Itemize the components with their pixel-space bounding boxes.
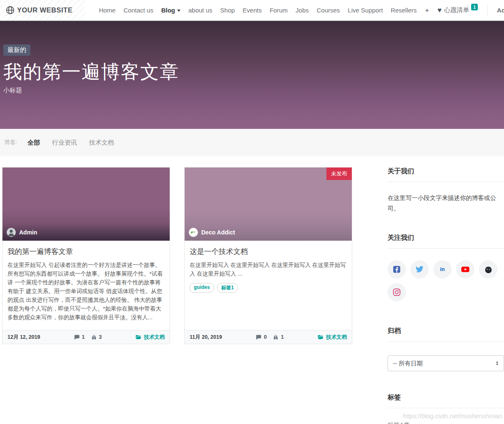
- binoculars-icon: [273, 334, 279, 340]
- nav-item-resellers[interactable]: Resellers: [391, 7, 417, 14]
- folder-icon: [318, 334, 324, 340]
- youtube-icon: [461, 265, 470, 274]
- filter-label: 博客:: [4, 139, 17, 146]
- twitter-icon: [415, 265, 424, 274]
- nav-item-about-us[interactable]: about us: [188, 7, 212, 14]
- avatar: [7, 228, 16, 237]
- latest-badge: 最新的: [3, 44, 30, 56]
- post-category-link[interactable]: 技术文档: [136, 334, 165, 341]
- blog-post-card: 未发布 Deco Addict 这是一个技术文档 在这里开始写入 在这里开始写入…: [184, 167, 352, 344]
- nav-item-jobs[interactable]: Jobs: [296, 7, 309, 14]
- post-excerpt: 在这里开始写入 引起读者注意的一个好方法是讲述一个故事。所有想写的东西都可以讲成…: [7, 261, 165, 322]
- comment-icon: [74, 334, 80, 340]
- facebook-button[interactable]: [388, 260, 406, 279]
- nav-item-blog-label: Blog: [161, 7, 175, 14]
- follow-title: 关注我们: [388, 234, 504, 249]
- author-name: Deco Addict: [201, 229, 235, 236]
- post-list: Admin 我的第一遍博客文章 在这里开始写入 引起读者注意的一个好方法是讲述一…: [2, 167, 352, 424]
- nav-item-blog[interactable]: Blog: [161, 7, 180, 14]
- avatar: [189, 228, 198, 237]
- wishlist-count-badge: 1: [471, 4, 478, 10]
- post-tags: guides 标签1: [190, 283, 347, 293]
- post-cover[interactable]: 未发布 Deco Addict: [185, 168, 352, 241]
- globe-icon: [6, 6, 15, 15]
- github-button[interactable]: [479, 260, 497, 279]
- svg-text:in: in: [440, 266, 445, 272]
- comment-icon: [256, 334, 262, 340]
- site-logo[interactable]: YOUR WEBSITE: [0, 0, 85, 21]
- wishlist-link[interactable]: ♥ 心愿清单 1: [437, 6, 478, 15]
- chevron-down-icon: [177, 10, 180, 12]
- tag-pill[interactable]: guides: [190, 283, 214, 293]
- social-links: in: [388, 260, 500, 301]
- user-menu[interactable]: Admin: [497, 7, 504, 14]
- heart-icon: ♥: [437, 6, 442, 15]
- about-text: 在这里写一小段文字来描述你的博客或公司。: [388, 193, 504, 213]
- nav-item-live-support[interactable]: Live Support: [348, 7, 383, 14]
- top-navbar: YOUR WEBSITE Home Contact us Blog about …: [0, 0, 504, 21]
- archive-date-select[interactable]: -- 所有日期 ▲▼: [388, 355, 504, 371]
- filter-all[interactable]: 全部: [27, 139, 40, 147]
- nav-item-events[interactable]: Events: [243, 7, 262, 14]
- post-stats: 0 1: [256, 334, 284, 340]
- about-title: 关于我们: [388, 167, 504, 182]
- views-count: 3: [91, 334, 102, 340]
- user-menu-label: Admin: [497, 7, 504, 14]
- twitter-button[interactable]: [410, 260, 429, 279]
- post-body: 这是一个技术文档 在这里开始写入 在这里开始写入 在这里开始写入 在这里开始写入…: [185, 241, 352, 330]
- github-icon: [484, 265, 493, 274]
- views-count: 1: [273, 334, 284, 340]
- facebook-icon: [393, 265, 401, 274]
- nav-item-forum[interactable]: Forum: [269, 7, 287, 14]
- post-footer: 11月 20, 2019 0 1 技术文档: [185, 330, 352, 344]
- post-author: Deco Addict: [189, 228, 235, 237]
- archive-title: 归档: [388, 327, 504, 342]
- hero-subtitle: 小标题: [3, 86, 496, 94]
- post-title[interactable]: 我的第一遍博客文章: [7, 247, 165, 256]
- post-date: 12月 12, 2019: [7, 334, 40, 341]
- author-name: Admin: [19, 229, 37, 236]
- csdn-watermark: https://blog.csdn.net/mushenshinian: [403, 412, 502, 419]
- post-author: Admin: [7, 228, 37, 237]
- blog-filter-bar: 博客: 全部 行业资讯 技术文档: [0, 129, 504, 156]
- nav-divider: [487, 5, 488, 16]
- tag-group-label: 标签A类: [388, 421, 504, 424]
- about-section: 关于我们 在这里写一小段文字来描述你的博客或公司。: [388, 167, 504, 213]
- unpublished-badge: 未发布: [326, 168, 352, 180]
- post-excerpt: 在这里开始写入 在这里开始写入 在这里开始写入 在这里开始写入 在这里开始写入 …: [190, 261, 347, 278]
- follow-section: 关注我们 in: [388, 234, 504, 301]
- main-content: Admin 我的第一遍博客文章 在这里开始写入 引起读者注意的一个好方法是讲述一…: [0, 156, 504, 424]
- tag-pill[interactable]: 标签1: [217, 283, 238, 293]
- folder-icon: [136, 334, 141, 340]
- post-date: 11月 20, 2019: [190, 334, 222, 341]
- archive-selected-value: -- 所有日期: [393, 360, 423, 367]
- instagram-icon: [393, 288, 401, 296]
- youtube-button[interactable]: [456, 260, 474, 279]
- nav-item-shop[interactable]: Shop: [220, 7, 235, 14]
- filter-tech-docs[interactable]: 技术文档: [89, 139, 114, 147]
- select-arrows-icon: ▲▼: [496, 361, 499, 366]
- add-content-button[interactable]: +: [425, 7, 429, 14]
- nav-item-contact-us[interactable]: Contact us: [124, 7, 153, 14]
- nav-item-home[interactable]: Home: [99, 7, 116, 14]
- nav-item-courses[interactable]: Courses: [316, 7, 340, 14]
- tags-title: 标签: [388, 393, 504, 408]
- archive-section: 归档 -- 所有日期 ▲▼: [388, 327, 504, 371]
- comments-count: 0: [256, 334, 267, 340]
- linkedin-button[interactable]: in: [433, 260, 452, 279]
- comments-count: 1: [74, 334, 85, 340]
- instagram-button[interactable]: [388, 283, 406, 301]
- post-body: 我的第一遍博客文章 在这里开始写入 引起读者注意的一个好方法是讲述一个故事。所有…: [2, 241, 170, 330]
- main-nav: Home Contact us Blog about us Shop Event…: [95, 5, 504, 16]
- post-cover[interactable]: Admin: [2, 168, 170, 241]
- blog-sidebar: 关于我们 在这里写一小段文字来描述你的博客或公司。 关注我们: [388, 167, 504, 424]
- post-footer: 12月 12, 2019 1 3 技术文档: [2, 330, 170, 344]
- post-category-link[interactable]: 技术文档: [318, 334, 347, 341]
- binoculars-icon: [91, 334, 97, 340]
- hero-title: 我的第一遍博客文章: [3, 62, 496, 82]
- filter-industry-news[interactable]: 行业资讯: [52, 139, 77, 147]
- post-title[interactable]: 这是一个技术文档: [190, 247, 347, 256]
- linkedin-icon: in: [438, 265, 447, 274]
- post-stats: 1 3: [74, 334, 102, 340]
- blog-post-card: Admin 我的第一遍博客文章 在这里开始写入 引起读者注意的一个好方法是讲述一…: [2, 167, 170, 344]
